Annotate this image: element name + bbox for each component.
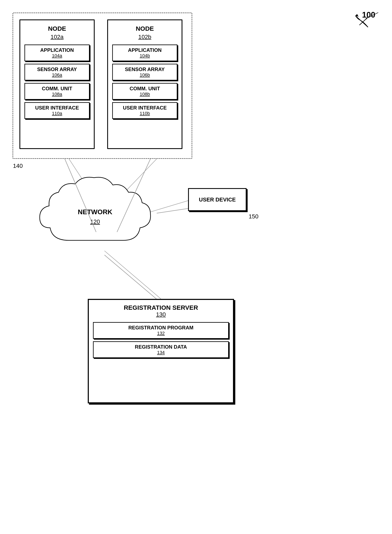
user-interface-a-ref: 110a [28,111,86,116]
comm-unit-a-title: COMM. UNIT [28,86,86,92]
node-b-ref: 102b [108,34,182,40]
svg-line-14 [104,255,159,301]
sensor-array-b-title: SENSOR ARRAY [116,66,174,72]
reg-data-title: REGISTRATION DATA [97,344,225,350]
node-b-box: NODE 102b APPLICATION 104b SENSOR ARRAY … [107,19,182,149]
node-a-ref: 102a [20,34,94,40]
user-interface-b-title: USER INTERFACE [116,105,174,111]
svg-line-6 [104,251,161,299]
comm-unit-a-box: COMM. UNIT 108a [24,83,90,100]
reg-server-ref: 130 [89,311,233,318]
node-b-title: NODE [108,24,182,33]
application-a-title: APPLICATION [28,47,86,53]
reg-program-ref: 132 [97,331,225,336]
node-a-box: NODE 102a APPLICATION 104a SENSOR ARRAY … [19,19,95,149]
sensor-array-a-box: SENSOR ARRAY 106a [24,64,90,80]
application-b-ref: 104b [116,53,174,59]
user-device-box: USER DEVICE [188,188,247,211]
application-a-box: APPLICATION 104a [24,45,90,61]
network-cloud: NETWORK 120 [36,173,165,258]
application-b-box: APPLICATION 104b [112,45,177,61]
user-interface-a-title: USER INTERFACE [28,105,86,111]
svg-text:NETWORK: NETWORK [78,208,112,216]
comm-unit-b-box: COMM. UNIT 108b [112,83,177,100]
node-a-title: NODE [20,24,94,33]
reg-data-box: REGISTRATION DATA 134 [93,341,229,358]
sensor-array-a-title: SENSOR ARRAY [28,66,86,72]
comm-unit-b-ref: 108b [116,92,174,97]
reg-program-box: REGISTRATION PROGRAM 132 [93,322,229,339]
user-interface-b-box: USER INTERFACE 110b [112,102,177,119]
comm-unit-b-title: COMM. UNIT [116,86,174,92]
sensor-array-a-ref: 106a [28,72,86,78]
sensor-array-b-ref: 106b [116,72,174,78]
reg-data-ref: 134 [97,350,225,355]
application-a-ref: 104a [28,53,86,59]
reg-server-title: REGISTRATION SERVER [89,304,233,311]
ref-140-label: 140 [13,163,23,169]
outer-dashed-box: NODE 102a APPLICATION 104a SENSOR ARRAY … [13,13,192,159]
user-interface-a-box: USER INTERFACE 110a [24,102,90,119]
reg-program-title: REGISTRATION PROGRAM [97,325,225,331]
comm-unit-a-ref: 108a [28,92,86,97]
sensor-array-b-box: SENSOR ARRAY 106b [112,64,177,80]
user-interface-b-ref: 110b [116,111,174,116]
registration-server-box: REGISTRATION SERVER 130 REGISTRATION PRO… [88,299,234,403]
application-b-title: APPLICATION [116,47,174,53]
user-device-title: USER DEVICE [199,197,236,203]
ref-150-label: 150 [249,213,258,220]
svg-text:120: 120 [90,218,100,225]
